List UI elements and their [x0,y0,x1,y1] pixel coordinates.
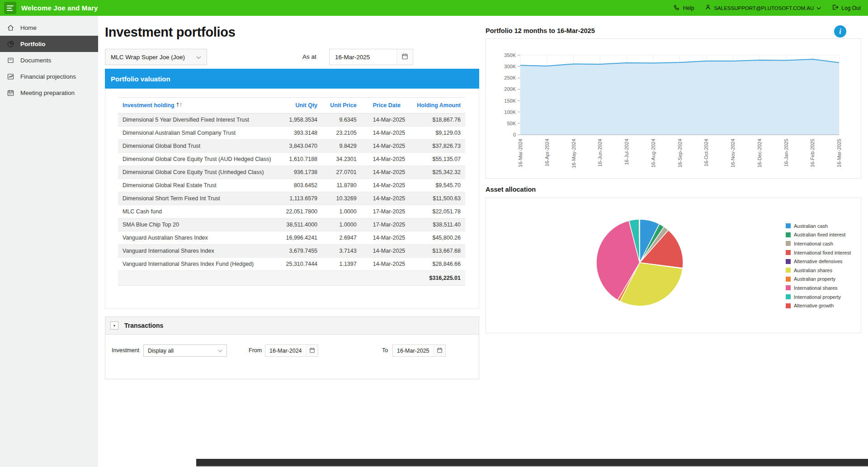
unit-price: 10.3269 [322,192,361,205]
collapse-icon[interactable]: ▼ [110,321,118,330]
from-date-input[interactable]: 16-Mar-2024 [265,344,318,357]
holding-name: Dimensional 5 Year Diversified Fixed Int… [118,113,276,127]
price-date: 14-Mar-2025 [361,258,413,271]
holdings-table: Investment holdingUnit QtyUnit PricePric… [118,97,465,286]
as-at-date-input[interactable]: 16-Mar-2025 [329,49,413,65]
user-icon [705,4,711,12]
svg-text:50K: 50K [507,121,516,126]
legend-item-australian-shares[interactable]: Australian shares [786,266,851,275]
table-row: Dimensional Global Core Equity Trust (AU… [118,153,465,166]
unit-qty: 38,511.4000 [276,218,322,231]
to-calendar-button[interactable] [433,345,445,356]
unit-price: 11.8780 [322,179,361,192]
legend-swatch [786,241,791,246]
legend-item-australian-property[interactable]: Australian property [786,275,851,284]
legend-item-alternative-defensives[interactable]: Alternative defensives [786,257,851,266]
logout-button[interactable]: Log Out [832,4,861,12]
svg-text:0: 0 [513,132,516,137]
sidebar-item-home[interactable]: Home [0,19,98,36]
asset-allocation-pie [486,198,784,333]
legend-swatch [786,232,791,237]
price-date: 14-Mar-2025 [361,245,413,258]
unit-qty: 936.1738 [276,166,322,179]
valuation-header-label: Portfolio valuation [111,75,170,83]
column-header-price-date[interactable]: Price Date [361,98,413,113]
header-actions: Help SALESSUPPORT@PLUTOSOFT.COM.AU Log O… [674,4,861,12]
sidebar-item-documents[interactable]: Documents [0,52,98,68]
unit-qty: 1,958.3534 [276,113,322,127]
help-button[interactable]: Help [674,4,694,12]
unit-qty: 1,113.6579 [276,192,322,205]
to-date-input[interactable]: 16-Mar-2025 [392,344,446,357]
table-row: Vanguard International Shares Index Fund… [118,258,465,271]
table-row: Vanguard International Shares Index3,679… [118,245,465,258]
legend-swatch [786,303,791,308]
chevron-down-icon [218,348,222,354]
sidebar-item-label: Portfolio [20,41,46,47]
asset-allocation-title: Asset allocation [486,186,536,193]
right-column: Portfolio 12 months to 16-Mar-2025 i 350… [486,16,861,359]
legend-swatch [786,259,791,264]
legend-label: Australian fixed interest [794,232,845,237]
sidebar-item-label: Home [20,24,37,31]
price-date: 14-Mar-2025 [361,231,413,245]
holding-name: Vanguard International Shares Index [118,245,276,258]
legend-swatch [786,250,791,255]
info-icon[interactable]: i [834,25,846,38]
holding-name: MLC Cash fund [118,205,276,218]
account-menu[interactable]: SALESSUPPORT@PLUTOSOFT.COM.AU [705,4,821,12]
logout-label: Log Out [841,5,861,11]
price-date: 14-Mar-2025 [361,127,413,140]
column-header-text: Investment holding [123,102,175,108]
sidebar-item-meeting-preparation[interactable]: Meeting preparation [0,85,98,101]
from-calendar-button[interactable] [306,345,318,356]
legend-item-alternative-growth[interactable]: Alternative growth [786,301,851,310]
from-label: From [249,347,262,354]
column-header-investment-holding[interactable]: Investment holding [118,98,276,113]
svg-text:16-Nov-2024: 16-Nov-2024 [730,139,736,168]
svg-text:100K: 100K [504,109,516,115]
hamburger-menu-button[interactable] [4,2,16,14]
legend-label: International fixed interest [794,250,851,255]
legend-label: Alternative growth [794,303,834,308]
portfolio-valuation-header: Portfolio valuation [105,69,479,89]
portfolio-account-select[interactable]: MLC Wrap Super Joe (Joe) [105,49,207,65]
transactions-title: Transactions [124,322,163,329]
investment-filter-value: Display all [148,348,174,354]
column-header-unit-price[interactable]: Unit Price [322,98,361,113]
legend-item-international-shares[interactable]: International shares [786,283,851,292]
svg-text:16-Mar-2025: 16-Mar-2025 [836,139,842,167]
sidebar-item-financial-projections[interactable]: Financial projections [0,68,98,85]
investment-filter-select[interactable]: Display all [143,344,227,357]
holding-name: Dimensional Global Real Estate Trust [118,179,276,192]
column-header-unit-qty[interactable]: Unit Qty [276,98,322,113]
holding-amount: $13,667.68 [412,245,465,258]
legend-item-international-cash[interactable]: International cash [786,239,851,248]
holding-amount: $22,051.78 [412,205,465,218]
sidebar: HomePortfolioDocumentsFinancial projecti… [0,16,98,467]
calendar-icon [401,53,408,61]
legend-item-australian-fixed-interest[interactable]: Australian fixed interest [786,231,851,240]
unit-qty: 16,996.4241 [276,231,322,245]
sidebar-item-portfolio[interactable]: Portfolio [0,36,98,52]
svg-text:16-Dec-2024: 16-Dec-2024 [757,139,762,168]
holding-amount: $28,846.66 [412,258,465,271]
transactions-panel: ▼ Transactions Investment Display all Fr… [105,316,479,379]
transactions-header[interactable]: ▼ Transactions [105,316,479,335]
legend-item-australian-cash[interactable]: Australian cash [786,222,851,231]
legend-label: International cash [794,241,833,246]
holdings-total: $316,225.01 [412,271,465,286]
svg-text:250K: 250K [504,75,516,80]
as-at-calendar-button[interactable] [396,49,413,65]
valuation-panel-body: Investment holdingUnit QtyUnit PricePric… [105,89,479,309]
sidebar-item-label: Documents [20,57,51,64]
home-icon [7,24,14,32]
total-row: $316,225.01 [118,271,465,286]
legend-item-international-property[interactable]: International property [786,292,851,302]
chevron-down-icon [196,54,201,61]
legend-item-international-fixed-interest[interactable]: International fixed interest [786,248,851,257]
unit-qty: 1,610.7188 [276,153,322,166]
holding-amount: $11,500.63 [412,192,465,205]
column-header-holding-amount[interactable]: Holding Amount [412,98,465,113]
svg-text:16-Aug-2024: 16-Aug-2024 [651,139,656,168]
